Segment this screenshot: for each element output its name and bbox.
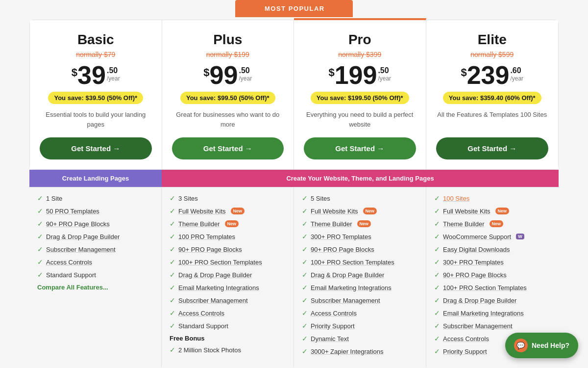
check-icon: ✓ bbox=[302, 271, 308, 279]
check-icon: ✓ bbox=[434, 347, 440, 355]
feature-pro-drag-drop: ✓ Drag & Drop Page Builder bbox=[302, 271, 418, 279]
feature-elite-subscriber: ✓ Subscriber Management bbox=[434, 322, 551, 330]
check-icon: ✓ bbox=[170, 194, 175, 202]
feature-basic-1-site: ✓ 1 Site bbox=[37, 194, 153, 202]
check-icon: ✓ bbox=[434, 335, 440, 342]
most-popular-badge: MOST POPULAR bbox=[235, 0, 353, 17]
chat-label: Need Help? bbox=[532, 342, 569, 349]
check-icon: ✓ bbox=[434, 220, 440, 228]
get-started-button-pro[interactable]: Get Started → bbox=[304, 137, 416, 159]
free-bonus-label-plus: Free Bonus bbox=[170, 335, 286, 342]
price-row-pro: $ 199 .50 /year bbox=[304, 62, 416, 88]
plan-name-plus: Plus bbox=[172, 32, 284, 48]
check-icon: ✓ bbox=[170, 258, 175, 266]
check-icon: ✓ bbox=[434, 296, 440, 304]
feature-pro-templates: ✓ 300+ PRO Templates bbox=[302, 233, 418, 240]
check-icon: ✓ bbox=[170, 309, 175, 317]
feature-plus-stock-photos: ✓ 2 Million Stock Photos bbox=[170, 346, 286, 354]
dollar-sign-basic: $ bbox=[72, 66, 77, 79]
new-badge: New bbox=[490, 220, 504, 227]
plan-normal-price-pro: normally $399 bbox=[304, 51, 416, 58]
feature-pro-access: ✓ Access Controls bbox=[302, 309, 418, 317]
feature-plus-access: ✓ Access Controls bbox=[170, 309, 286, 317]
check-icon: ✓ bbox=[302, 245, 308, 253]
savings-badge-plus: You save: $99.50 (50% Off)* bbox=[180, 92, 275, 104]
feature-pro-priority: ✓ Priority Support bbox=[302, 322, 418, 330]
price-main-plus: 99 bbox=[210, 62, 238, 88]
dollar-sign-plus: $ bbox=[203, 66, 209, 79]
feature-plus-website-kits: ✓ Full Website Kits New bbox=[170, 207, 286, 215]
plan-name-elite: Elite bbox=[436, 32, 549, 48]
feature-basic-drag-drop: ✓ Drag & Drop Page Builder bbox=[37, 233, 153, 240]
check-icon: ✓ bbox=[37, 207, 43, 215]
dollar-sign-pro: $ bbox=[328, 66, 334, 79]
feature-elite-drag-drop: ✓ Drag & Drop Page Builder bbox=[434, 296, 551, 304]
price-year-basic: /year bbox=[107, 75, 120, 82]
feature-elite-email: ✓ Email Marketing Integrations bbox=[434, 309, 551, 317]
check-icon: ✓ bbox=[302, 322, 308, 330]
check-icon: ✓ bbox=[302, 194, 308, 202]
feature-elite-edd: ✓ Easy Digital Downloads bbox=[434, 245, 551, 253]
feature-plus-3-sites: ✓ 3 Sites bbox=[170, 194, 286, 202]
feature-elite-templates: ✓ 300+ PRO Templates bbox=[434, 258, 551, 266]
check-icon: ✓ bbox=[434, 284, 440, 291]
check-icon: ✓ bbox=[434, 194, 440, 202]
plan-card-pro: Pro normally $399 $ 199 .50 /year You sa… bbox=[294, 18, 426, 169]
check-icon: ✓ bbox=[170, 271, 175, 279]
plan-card-basic: Basic normally $79 $ 39 .50 /year You sa… bbox=[30, 20, 162, 169]
feature-plus-email: ✓ Email Marketing Integrations bbox=[170, 284, 286, 291]
feature-pro-dynamic-text: ✓ Dynamic Text bbox=[302, 335, 418, 342]
features-col-basic: ✓ 1 Site ✓ 50 PRO Templates ✓ 90+ PRO Pa… bbox=[29, 187, 162, 367]
check-icon: ✓ bbox=[302, 233, 308, 240]
get-started-button-elite[interactable]: Get Started → bbox=[436, 137, 549, 159]
get-started-button-plus[interactable]: Get Started → bbox=[172, 137, 284, 159]
savings-badge-pro: You save: $199.50 (50% Off)* bbox=[311, 92, 409, 104]
check-icon: ✓ bbox=[302, 309, 308, 317]
check-icon: ✓ bbox=[37, 245, 43, 253]
feature-pro-website-kits: ✓ Full Website Kits New bbox=[302, 207, 418, 215]
section-label-plus-pro-elite: Create Your Website, Theme, and Landing … bbox=[162, 170, 559, 187]
get-started-button-basic[interactable]: Get Started → bbox=[40, 137, 152, 159]
plans-grid: Basic normally $79 $ 39 .50 /year You sa… bbox=[29, 20, 559, 170]
plan-normal-price-basic: normally $79 bbox=[40, 51, 152, 58]
plan-name-basic: Basic bbox=[40, 32, 152, 48]
check-icon: ✓ bbox=[302, 258, 308, 266]
check-icon: ✓ bbox=[37, 233, 43, 240]
feature-elite-100-sites: ✓ 100 Sites bbox=[434, 194, 551, 202]
check-icon: ✓ bbox=[302, 220, 308, 228]
dollar-sign-elite: $ bbox=[461, 66, 466, 79]
feature-elite-website-kits: ✓ Full Website Kits New bbox=[434, 207, 551, 215]
feature-basic-page-blocks: ✓ 90+ PRO Page Blocks bbox=[37, 220, 153, 228]
plan-desc-pro: Everything you need to build a perfect w… bbox=[304, 110, 416, 130]
price-main-basic: 39 bbox=[77, 62, 106, 88]
feature-elite-page-blocks: ✓ 90+ PRO Page Blocks bbox=[434, 271, 551, 279]
check-icon: ✓ bbox=[170, 245, 175, 253]
feature-plus-drag-drop: ✓ Drag & Drop Page Builder bbox=[170, 271, 286, 279]
check-icon: ✓ bbox=[37, 258, 43, 266]
feature-basic-subscriber: ✓ Subscriber Management bbox=[37, 245, 153, 253]
check-icon: ✓ bbox=[434, 207, 440, 215]
check-icon: ✓ bbox=[37, 220, 43, 228]
feature-pro-page-blocks: ✓ 90+ PRO Page Blocks bbox=[302, 245, 418, 253]
price-cents-basic: .50 bbox=[107, 66, 120, 75]
new-badge: New bbox=[357, 220, 371, 227]
features-col-pro: ✓ 5 Sites ✓ Full Website Kits New ✓ Them… bbox=[294, 187, 426, 367]
feature-basic-support: ✓ Standard Support bbox=[37, 271, 153, 279]
feature-elite-theme-builder: ✓ Theme Builder New bbox=[434, 220, 551, 228]
compare-link[interactable]: Compare All Features... bbox=[37, 284, 153, 291]
chat-bubble[interactable]: 💬 Need Help? bbox=[505, 333, 578, 358]
check-icon: ✓ bbox=[170, 296, 175, 304]
feature-basic-templates: ✓ 50 PRO Templates bbox=[37, 207, 153, 215]
section-headers: Create Landing Pages Create Your Website… bbox=[29, 170, 559, 187]
price-row-plus: $ 99 .50 /year bbox=[172, 62, 284, 88]
check-icon: ✓ bbox=[302, 347, 308, 355]
plan-name-pro: Pro bbox=[304, 32, 416, 48]
check-icon: ✓ bbox=[302, 296, 308, 304]
price-cents-pro: .50 bbox=[378, 66, 391, 75]
check-icon: ✓ bbox=[434, 322, 440, 330]
feature-basic-access: ✓ Access Controls bbox=[37, 258, 153, 266]
check-icon: ✓ bbox=[434, 245, 440, 253]
check-icon: ✓ bbox=[170, 220, 175, 228]
plan-desc-basic: Essential tools to build your landing pa… bbox=[40, 110, 152, 130]
section-label-basic: Create Landing Pages bbox=[29, 170, 162, 187]
